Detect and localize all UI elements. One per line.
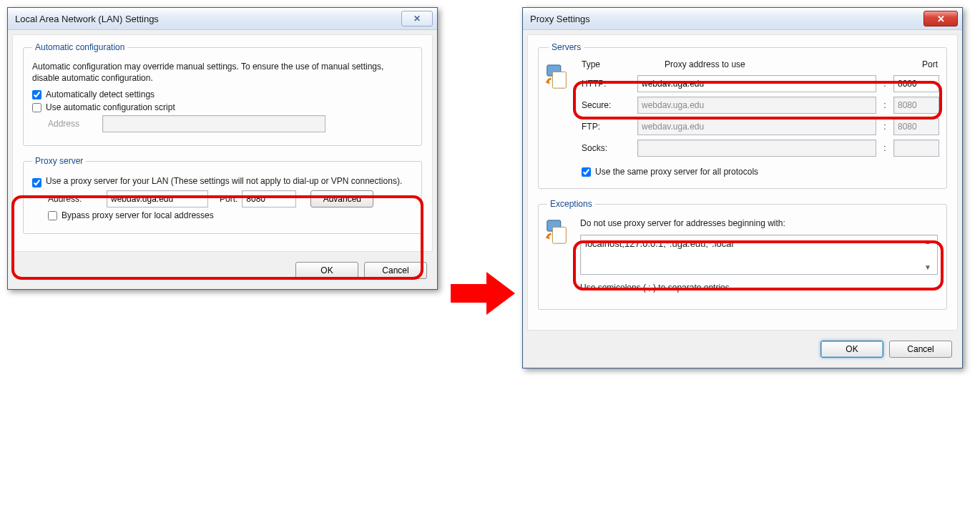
auto-address-label: Address xyxy=(48,119,102,129)
head-port: Port xyxy=(888,59,938,69)
close-icon[interactable] xyxy=(401,11,433,26)
server-port-input xyxy=(893,140,939,157)
auto-legend: Automatic configuration xyxy=(32,42,127,52)
bypass-checkbox[interactable] xyxy=(48,211,57,220)
exceptions-group: Exceptions Do not use proxy server for a… xyxy=(538,199,947,310)
server-row-label: FTP: xyxy=(582,122,632,132)
colon: : xyxy=(882,143,888,153)
close-icon[interactable] xyxy=(923,11,958,26)
proxy-server-group: Proxy server Use a proxy server for your… xyxy=(23,156,422,234)
proxy-address-label: Address: xyxy=(48,194,102,204)
prx-titlebar[interactable]: Proxy Settings xyxy=(523,8,962,30)
proxy-address-input[interactable] xyxy=(107,190,208,207)
exceptions-desc: Do not use proxy server for addresses be… xyxy=(580,218,938,229)
auto-detect-label: Automatically detect settings xyxy=(46,89,155,99)
servers-legend: Servers xyxy=(549,42,584,52)
head-addr: Proxy address to use xyxy=(665,59,888,69)
automatic-configuration-group: Automatic configuration Automatic config… xyxy=(23,42,422,146)
scrollbar[interactable]: ▲ ▼ xyxy=(924,238,936,271)
arrow-icon xyxy=(451,268,515,318)
use-proxy-label: Use a proxy server for your LAN (These s… xyxy=(46,176,402,186)
auto-detect-checkbox[interactable] xyxy=(32,90,41,99)
prx-ok-button[interactable]: OK xyxy=(820,341,883,358)
lan-titlebar[interactable]: Local Area Network (LAN) Settings xyxy=(8,8,437,30)
colon: : xyxy=(882,122,888,132)
server-port-input xyxy=(893,118,939,135)
server-icon xyxy=(544,64,572,91)
lan-ok-button[interactable]: OK xyxy=(295,262,358,279)
exceptions-legend: Exceptions xyxy=(547,199,595,209)
same-proxy-checkbox[interactable] xyxy=(582,167,591,177)
colon: : xyxy=(882,79,888,89)
server-row-label: Secure: xyxy=(582,100,632,110)
scroll-down-icon[interactable]: ▼ xyxy=(924,264,936,271)
server-row-label: Socks: xyxy=(582,143,632,153)
svg-marker-0 xyxy=(451,272,515,315)
proxy-port-label: Port: xyxy=(220,194,237,204)
exceptions-hint: Use semicolons ( ; ) to separate entries… xyxy=(580,282,938,293)
server-address-input xyxy=(637,118,876,135)
server-row-label: HTTP: xyxy=(582,79,632,89)
svg-rect-2 xyxy=(552,72,566,88)
svg-rect-5 xyxy=(552,227,566,243)
head-type: Type xyxy=(582,59,665,69)
proxy-port-input[interactable] xyxy=(242,190,296,207)
auto-script-checkbox[interactable] xyxy=(32,103,41,112)
proxy-legend: Proxy server xyxy=(32,156,86,166)
server-port-input[interactable] xyxy=(893,75,939,92)
prx-cancel-button[interactable]: Cancel xyxy=(889,341,952,358)
auto-script-label: Use automatic configuration script xyxy=(46,102,175,112)
lan-settings-dialog: Local Area Network (LAN) Settings Automa… xyxy=(7,7,438,290)
server-address-input[interactable] xyxy=(637,75,876,92)
lan-cancel-button[interactable]: Cancel xyxy=(364,262,427,279)
auto-desc: Automatic configuration may override man… xyxy=(32,61,413,84)
server-icon xyxy=(544,219,572,246)
server-address-input xyxy=(637,140,876,157)
same-proxy-label: Use the same proxy server for all protoc… xyxy=(595,167,758,177)
use-proxy-checkbox[interactable] xyxy=(32,178,41,187)
lan-title: Local Area Network (LAN) Settings xyxy=(15,14,398,24)
prx-title: Proxy Settings xyxy=(530,14,921,24)
proxy-settings-dialog: Proxy Settings Servers Type Proxy addres… xyxy=(522,7,963,368)
exceptions-textarea[interactable]: localhost;127.0.0.1;*.uga.edu;*.local xyxy=(585,238,924,271)
colon: : xyxy=(882,100,888,110)
servers-group: Servers Type Proxy address to use Port H… xyxy=(538,42,947,189)
bypass-label: Bypass proxy server for local addresses xyxy=(62,210,214,220)
server-port-input xyxy=(893,97,939,114)
server-address-input xyxy=(637,97,876,114)
auto-address-input xyxy=(102,115,325,132)
scroll-up-icon[interactable]: ▲ xyxy=(924,238,936,245)
advanced-button[interactable]: Advanced xyxy=(310,190,373,207)
